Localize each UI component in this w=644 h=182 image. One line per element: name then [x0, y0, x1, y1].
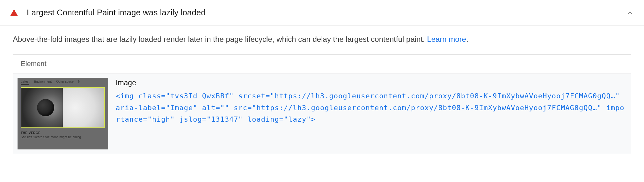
element-details: Image <img class="tvs3Id QwxBBf" srcset=… [116, 78, 626, 125]
element-table: Element Latest Environment Outer space N… [13, 54, 631, 154]
thumbnail-nav-item: N [78, 80, 80, 85]
thumbnail-brand: THE VERGE [18, 130, 108, 135]
table-row: Latest Environment Outer space N THE VER… [13, 73, 631, 154]
thumbnail-caption: Saturn's 'Death Star' moon might be hidi… [18, 135, 108, 140]
audit-description: Above-the-fold images that are lazily lo… [13, 33, 631, 45]
element-code-snippet: <img class="tvs3Id QwxBBf" srcset="https… [116, 90, 626, 125]
chevron-up-icon [626, 9, 634, 17]
warning-triangle-icon [10, 9, 18, 16]
element-label: Image [116, 79, 626, 87]
thumbnail-nav-item: Latest [21, 80, 29, 85]
audit-body: Above-the-fold images that are lazily lo… [0, 26, 644, 162]
audit-item: Largest Contentful Paint image was lazil… [0, 0, 644, 162]
audit-header[interactable]: Largest Contentful Paint image was lazil… [0, 0, 644, 26]
learn-more-link[interactable]: Learn more [427, 35, 466, 43]
element-thumbnail: Latest Environment Outer space N THE VER… [18, 78, 108, 149]
moon-image-right [63, 88, 104, 127]
thumbnail-nav-item: Outer space [56, 80, 73, 85]
moon-image-left [21, 88, 63, 127]
audit-description-text: Above-the-fold images that are lazily lo… [13, 35, 427, 43]
table-header: Element [13, 55, 631, 73]
thumbnail-nav-item: Environment [34, 80, 52, 85]
thumbnail-highlighted-image [21, 87, 105, 128]
audit-title: Largest Contentful Paint image was lazil… [27, 8, 626, 18]
thumbnail-nav: Latest Environment Outer space N [18, 78, 108, 85]
